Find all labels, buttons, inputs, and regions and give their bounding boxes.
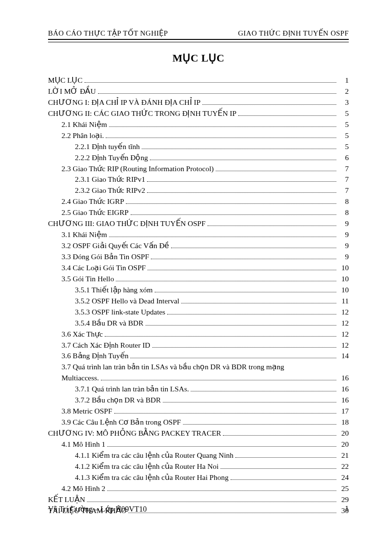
toc-label: 3.4 Các Loại Gói Tin OSPF	[61, 263, 146, 274]
toc-label: CHƯƠNG III: GIAO THỨC ĐỊNH TUYẾN OSPF	[48, 218, 206, 229]
toc-entry: KẾT LUẬN29	[48, 494, 349, 505]
toc-label: 3.6 Bảng Định Tuyến	[61, 351, 128, 362]
toc-label: 3.2 OSPF Giải Quyết Các Vấn Đề	[61, 240, 169, 251]
toc-label: 4.1.2 Kiểm tra các câu lệnh của Router H…	[75, 461, 219, 472]
toc-entry: 3.5.1 Thiết lập hàng xóm10	[48, 285, 349, 296]
toc-entry: 3.4 Các Loại Gói Tin OSPF10	[48, 263, 349, 274]
toc-page-number: 3	[338, 97, 349, 108]
toc-label: MỤC LỤC	[48, 75, 83, 86]
toc-leader-dots	[183, 424, 336, 425]
header-left: BÁO CÁO THỰC TẬP TỐT NGHIỆP	[48, 29, 168, 38]
toc-leader-dots	[131, 214, 336, 215]
page-title: MỤC LỤC	[48, 52, 349, 64]
toc-leader-dots	[238, 115, 336, 116]
toc-label: 2.5 Giao Thức EIGRP	[61, 207, 129, 218]
toc-page-number: 1	[338, 75, 349, 86]
footer-author: Vũ Trí Cường – Lớp H09VT10	[48, 504, 147, 514]
toc-label: 3.6 Xác Thực	[61, 329, 103, 340]
toc-leader-dots	[146, 325, 336, 326]
toc-page-number: 20	[338, 428, 349, 439]
toc-entry: 4.1 Mô Hình 120	[48, 439, 349, 450]
toc-entry: 3.6 Xác Thực12	[48, 329, 349, 340]
header-right: GIAO THỨC ĐỊNH TUYẾN OSPF	[238, 29, 349, 38]
toc-label: 4.2 Mô Hình 2	[61, 483, 105, 494]
document-page: BÁO CÁO THỰC TẬP TỐT NGHIỆP GIAO THỨC ĐỊ…	[0, 0, 392, 540]
toc-label: 3.8 Metric OSPF	[61, 406, 112, 417]
toc-entry: 3.8 Metric OSPF17	[48, 406, 349, 417]
toc-page-number: 8	[338, 207, 349, 218]
toc-entry: 3.9 Các Câu Lệnh Cơ Bản trong OSPF18	[48, 417, 349, 428]
toc-leader-dots	[85, 82, 336, 83]
toc-page-number: 7	[338, 174, 349, 185]
header-rule	[48, 39, 349, 42]
toc-leader-dots	[114, 413, 337, 414]
toc-page-number: 2	[338, 86, 349, 97]
toc-label: 3.5.2 OSPF Hello và Dead Interval	[75, 296, 179, 307]
toc-entry: CHƯƠNG III: GIAO THỨC ĐỊNH TUYẾN OSPF9	[48, 218, 349, 229]
toc-label: 4.1 Mô Hình 1	[61, 439, 105, 450]
toc-label: 4.1.1 Kiểm tra các câu lệnh của Router Q…	[75, 450, 233, 461]
toc-label: 4.1.3 Kiểm tra các câu lệnh của Router H…	[75, 472, 229, 483]
toc-page-number: 5	[338, 119, 349, 130]
toc-page-number: 16	[338, 384, 349, 395]
toc-entry: CHƯƠNG I: ĐỊA CHỈ IP VÀ ĐÁNH ĐỊA CHỈ IP3	[48, 97, 349, 108]
toc-entry: Multiaccess.16	[48, 373, 349, 384]
toc-leader-dots	[106, 138, 336, 138]
toc-page-number: 10	[338, 285, 349, 296]
toc-leader-dots	[87, 502, 336, 502]
toc-leader-dots	[231, 479, 336, 480]
toc-page-number: 12	[338, 307, 349, 318]
toc-page-number: 12	[338, 340, 349, 351]
toc-entry: 2.2.2 Định Tuyến Động6	[48, 152, 349, 163]
toc-leader-dots	[235, 457, 336, 458]
toc-leader-dots	[155, 292, 336, 292]
toc-label: 2.3.1 Giao Thức RIPv1	[75, 174, 145, 185]
toc-page-number: 10	[338, 274, 349, 285]
footer-page-number: 1	[345, 504, 349, 514]
toc-page-number: 7	[338, 185, 349, 196]
toc-page-number: 21	[338, 450, 349, 461]
toc-leader-dots	[171, 248, 336, 248]
toc-entry: 2.2 Phân loại.5	[48, 130, 349, 141]
toc-page-number: 16	[338, 395, 349, 406]
toc-leader-dots	[223, 435, 336, 436]
toc-page-number: 7	[338, 163, 349, 175]
toc-entry: 2.3 Giao Thức RIP (Routing Information P…	[48, 163, 349, 175]
toc-leader-dots	[126, 203, 336, 204]
toc-label: 3.9 Các Câu Lệnh Cơ Bản trong OSPF	[61, 417, 181, 428]
toc-entry: 3.1 Khái Niệm9	[48, 229, 349, 240]
toc-leader-dots	[130, 358, 336, 358]
toc-page-number: 17	[338, 406, 349, 417]
toc-label: KẾT LUẬN	[48, 494, 85, 505]
toc-page-number: 18	[338, 417, 349, 428]
toc-entry: 3.2 OSPF Giải Quyết Các Vấn Đề9	[48, 240, 349, 251]
toc-entry: 3.7.2 Bầu chọn DR và BDR16	[48, 395, 349, 406]
toc-leader-dots	[147, 270, 336, 270]
toc-page-number: 12	[338, 329, 349, 340]
toc-page-number: 25	[338, 483, 349, 494]
toc-entry: 3.5.4 Bầu DR và BDR12	[48, 318, 349, 329]
toc-page-number: 10	[338, 263, 349, 274]
toc-label: 2.2.2 Định Tuyến Động	[75, 152, 148, 163]
toc-page-number: 9	[338, 240, 349, 251]
page-header: BÁO CÁO THỰC TẬP TỐT NGHIỆP GIAO THỨC ĐỊ…	[48, 29, 349, 38]
toc-leader-dots	[109, 126, 336, 127]
toc-label: 3.1 Khái Niệm	[61, 229, 107, 240]
toc-label: CHƯƠNG IV: MÔ PHỎNG BẰNG PACKEY TRACER	[48, 428, 221, 439]
toc-leader-dots	[147, 181, 336, 182]
toc-leader-dots	[220, 468, 336, 469]
toc-label: 3.7 Quá trình lan tràn bản tin LSAs và b…	[61, 362, 284, 373]
toc-label: 3.7.1 Quá trình lan tràn bản tin LSAs.	[75, 384, 189, 395]
toc-label: 2.4 Giao Thức IGRP	[61, 196, 124, 207]
toc-leader-dots	[202, 104, 336, 105]
toc-label: 3.7 Cách Xác Định Router ID	[61, 340, 150, 351]
toc-page-number: 6	[338, 152, 349, 163]
toc-page-number: 9	[338, 251, 349, 263]
toc-page-number: 14	[338, 351, 349, 362]
toc-label: CHƯƠNG II: CÁC GIAO THỨC TRONG ĐỊNH TUYẾ…	[48, 108, 236, 119]
toc-entry: 4.1.2 Kiểm tra các câu lệnh của Router H…	[48, 461, 349, 472]
toc-entry: 4.1.3 Kiểm tra các câu lệnh của Router H…	[48, 472, 349, 483]
toc-leader-dots	[151, 259, 336, 259]
toc-leader-dots	[147, 192, 336, 193]
toc-page-number: 9	[338, 218, 349, 229]
